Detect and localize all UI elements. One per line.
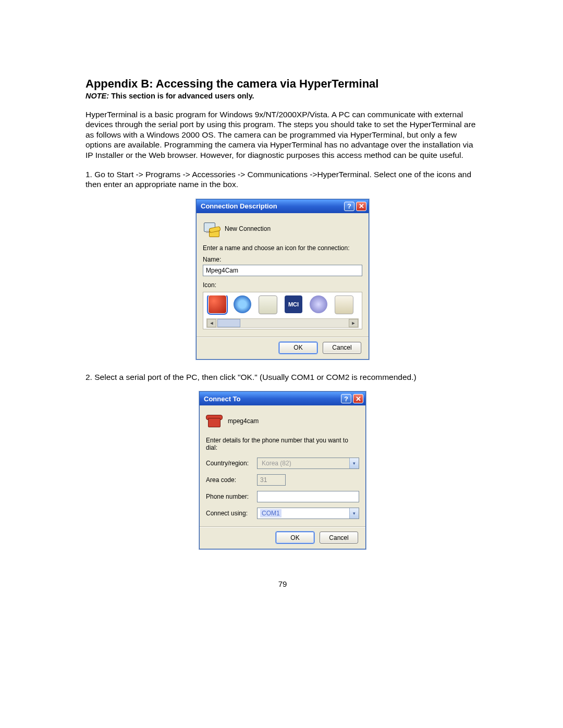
icon-option-2[interactable] bbox=[234, 295, 251, 313]
connect-using-select[interactable]: COM1 ▾ bbox=[257, 508, 359, 519]
icon-option-1[interactable] bbox=[209, 295, 226, 313]
scroll-left-button[interactable]: ◄ bbox=[207, 319, 216, 327]
connection-icon bbox=[206, 413, 223, 429]
prompt-text: Enter details for the phone number that … bbox=[206, 437, 359, 451]
scroll-thumb[interactable] bbox=[217, 319, 240, 327]
area-code-input bbox=[257, 474, 286, 486]
connect-to-dialog: Connect To ? ✕ mpeg4cam Enter details fo… bbox=[199, 391, 366, 549]
chevron-down-icon: ▾ bbox=[349, 458, 359, 468]
dialog-title: Connection Description bbox=[201, 202, 277, 210]
country-value: Korea (82) bbox=[260, 459, 293, 467]
area-code-label: Area code: bbox=[206, 476, 253, 484]
note-line: NOTE: This section is for advanced users… bbox=[85, 92, 480, 100]
chevron-down-icon[interactable]: ▾ bbox=[349, 508, 359, 519]
cancel-button[interactable]: Cancel bbox=[323, 342, 361, 354]
icon-picker[interactable]: MCI ◄ ► bbox=[203, 292, 362, 329]
titlebar[interactable]: Connect To ? ✕ bbox=[200, 392, 365, 405]
name-input[interactable] bbox=[203, 265, 362, 276]
ok-button[interactable]: OK bbox=[279, 342, 317, 354]
intro-paragraph: HyperTerminal is a basic program for Win… bbox=[85, 109, 480, 160]
note-text: This section is for advanced users only. bbox=[109, 92, 254, 100]
icon-option-3[interactable] bbox=[259, 295, 277, 314]
prompt-text: Enter a name and choose an icon for the … bbox=[203, 244, 362, 252]
connection-name: mpeg4cam bbox=[228, 417, 259, 425]
scroll-right-button[interactable]: ► bbox=[349, 319, 358, 327]
hyperterminal-icon bbox=[203, 220, 219, 237]
icon-option-6[interactable] bbox=[335, 295, 353, 314]
connect-using-value: COM1 bbox=[260, 509, 282, 517]
cancel-button[interactable]: Cancel bbox=[320, 532, 358, 544]
note-label: NOTE: bbox=[85, 92, 109, 100]
help-button[interactable]: ? bbox=[344, 202, 354, 211]
icon-option-mci[interactable]: MCI bbox=[285, 295, 302, 313]
close-button[interactable]: ✕ bbox=[356, 202, 366, 211]
name-label: Name: bbox=[203, 256, 362, 263]
phone-number-input[interactable] bbox=[257, 491, 359, 502]
step-2: 2. Select a serial port of the PC, then … bbox=[85, 372, 480, 382]
help-button[interactable]: ? bbox=[341, 394, 351, 403]
dialog-title: Connect To bbox=[204, 395, 241, 403]
country-label: Country/region: bbox=[206, 460, 253, 467]
connection-description-dialog: Connection Description ? ✕ New Connectio… bbox=[196, 199, 369, 360]
icon-label: Icon: bbox=[203, 281, 362, 289]
new-connection-label: New Connection bbox=[225, 225, 271, 232]
connect-using-label: Connect using: bbox=[206, 510, 253, 517]
country-select: Korea (82) ▾ bbox=[257, 458, 359, 469]
phone-number-label: Phone number: bbox=[206, 493, 253, 500]
icon-scrollbar[interactable]: ◄ ► bbox=[206, 318, 359, 328]
icon-option-5[interactable] bbox=[310, 295, 327, 313]
step-1: 1. Go to Start -> Programs -> Accessorie… bbox=[85, 169, 480, 190]
titlebar[interactable]: Connection Description ? ✕ bbox=[197, 200, 369, 213]
close-button[interactable]: ✕ bbox=[353, 394, 363, 403]
appendix-heading: Appendix B: Accessing the camera via Hyp… bbox=[85, 77, 480, 91]
page-number: 79 bbox=[85, 579, 480, 588]
ok-button[interactable]: OK bbox=[276, 532, 314, 544]
